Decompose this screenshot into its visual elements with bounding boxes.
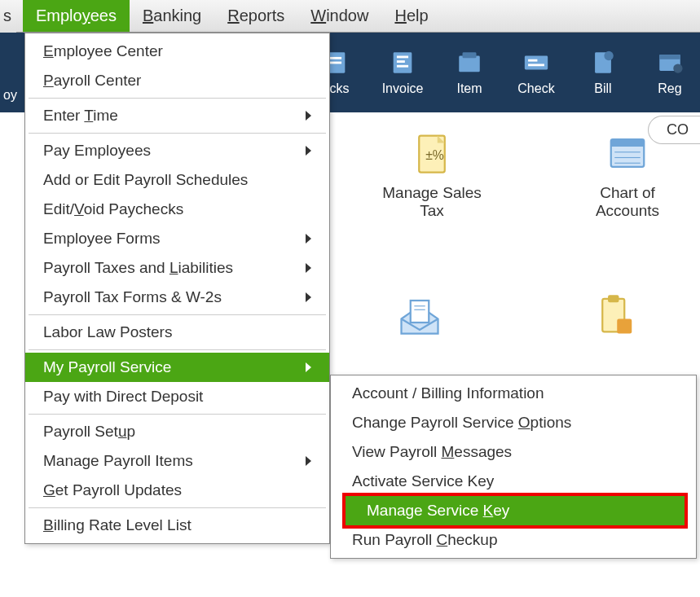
menu-reports[interactable]: Reports xyxy=(214,0,297,32)
envelope-card[interactable] xyxy=(363,293,477,345)
clipboard-card[interactable] xyxy=(558,293,672,345)
svg-rect-8 xyxy=(463,52,477,58)
submenu-manage-service-key[interactable]: Manage Service Key xyxy=(346,496,685,525)
menu-banking[interactable]: Banking xyxy=(130,0,214,32)
check-icon xyxy=(522,49,550,77)
menu-get-payroll-updates[interactable]: Get Payroll Updates xyxy=(25,476,329,505)
menu-tax-forms-w2[interactable]: Payroll Tax Forms & W-2s xyxy=(25,283,329,312)
svg-rect-28 xyxy=(608,295,619,302)
invoice-icon xyxy=(389,49,416,77)
submenu-change-options[interactable]: Change Payroll Service Options xyxy=(331,408,696,437)
menu-separator xyxy=(29,414,326,415)
svg-rect-10 xyxy=(528,59,537,62)
manage-sales-tax-label: Manage Sales Tax xyxy=(375,184,489,220)
co-button[interactable]: CO xyxy=(648,116,700,144)
employees-dropdown: Employee Center Payroll Center Enter Tim… xyxy=(24,33,330,544)
menu-employees-label: Employees xyxy=(36,7,117,24)
menu-billing-rate[interactable]: Billing Rate Level List xyxy=(25,511,329,540)
envelope-doc-icon xyxy=(398,293,442,337)
svg-rect-5 xyxy=(397,60,405,63)
submenu-activate-key[interactable]: Activate Service Key xyxy=(331,467,696,496)
menu-banking-label: Banking xyxy=(143,7,201,24)
svg-rect-2 xyxy=(330,62,341,64)
chevron-right-icon xyxy=(306,456,311,466)
chevron-right-icon xyxy=(306,146,311,156)
chevron-right-icon xyxy=(306,292,311,302)
chart-of-accounts-card[interactable]: Chart of Accounts xyxy=(570,132,685,220)
menu-employee-center[interactable]: Employee Center xyxy=(25,37,329,66)
chart-of-accounts-label: Chart of Accounts xyxy=(570,184,685,220)
menu-employee-forms[interactable]: Employee Forms xyxy=(25,224,329,253)
toolbar-item-label: Item xyxy=(456,81,482,96)
toolbar-invoice[interactable]: Invoice xyxy=(372,44,433,101)
svg-rect-7 xyxy=(459,56,480,72)
my-payroll-service-submenu: Account / Billing Information Change Pay… xyxy=(330,375,697,559)
toolbar-truncated-left: oy xyxy=(0,80,24,111)
sales-tax-icon: ±% xyxy=(410,132,454,176)
menu-payroll-setup[interactable]: Payroll Setup xyxy=(25,417,329,446)
submenu-view-messages[interactable]: View Payroll Messages xyxy=(331,437,696,467)
clipboard-icon xyxy=(593,293,637,337)
svg-rect-24 xyxy=(411,301,429,323)
menu-edit-void[interactable]: Edit/Void Paychecks xyxy=(25,195,329,224)
menu-enter-time[interactable]: Enter Time xyxy=(25,101,329,130)
toolbar-bill-label: Bill xyxy=(594,81,611,96)
chart-accounts-icon xyxy=(605,132,649,176)
toolbar-reg-label: Reg xyxy=(658,81,681,96)
menu-manage-payroll-items[interactable]: Manage Payroll Items xyxy=(25,446,329,476)
menu-reports-label: Reports xyxy=(227,7,284,24)
toolbar-bill[interactable]: Bill xyxy=(573,44,633,101)
item-icon xyxy=(456,49,483,77)
svg-rect-4 xyxy=(397,56,408,59)
svg-rect-11 xyxy=(528,64,544,66)
menubar: Employees Banking Reports Window Help xyxy=(0,0,700,33)
menu-taxes-liabilities[interactable]: Payroll Taxes and Liabilities xyxy=(25,253,329,283)
svg-rect-20 xyxy=(611,139,645,147)
svg-point-13 xyxy=(604,51,613,60)
register-icon xyxy=(656,49,684,77)
manage-sales-tax-card[interactable]: ±% Manage Sales Tax xyxy=(375,132,489,220)
chevron-right-icon xyxy=(306,362,311,372)
menu-employees[interactable]: Employees xyxy=(23,0,130,32)
menu-separator xyxy=(29,349,326,350)
svg-rect-1 xyxy=(330,57,341,59)
menu-payroll-center[interactable]: Payroll Center xyxy=(25,66,329,95)
svg-rect-9 xyxy=(525,56,548,70)
svg-rect-29 xyxy=(617,319,632,334)
menu-help-label: Help xyxy=(394,7,428,24)
menu-help[interactable]: Help xyxy=(381,0,441,32)
chevron-right-icon xyxy=(306,111,311,121)
menu-window-label: Window xyxy=(310,7,368,24)
toolbar-reg[interactable]: Reg xyxy=(640,44,700,101)
menu-separator xyxy=(29,507,326,508)
svg-rect-15 xyxy=(659,55,680,59)
menu-window[interactable]: Window xyxy=(297,0,381,32)
menu-pay-employees[interactable]: Pay Employees xyxy=(25,136,329,165)
toolbar-check-label: Check xyxy=(517,81,554,96)
menu-separator xyxy=(29,98,326,99)
toolbar-item[interactable]: Item xyxy=(439,44,500,101)
svg-point-16 xyxy=(673,64,682,72)
menu-my-payroll-service[interactable]: My Payroll Service xyxy=(25,353,329,382)
bill-icon xyxy=(589,49,617,77)
menu-separator xyxy=(29,133,326,134)
menubar-truncated-left: s xyxy=(0,0,16,33)
highlight-box: Manage Service Key xyxy=(342,493,688,529)
submenu-run-checkup[interactable]: Run Payroll Checkup xyxy=(331,525,696,555)
submenu-account-billing[interactable]: Account / Billing Information xyxy=(331,379,696,408)
menu-pay-direct-deposit[interactable]: Pay with Direct Deposit xyxy=(25,382,329,411)
chevron-right-icon xyxy=(306,263,311,273)
toolbar-invoice-label: Invoice xyxy=(382,81,424,96)
menu-add-edit-schedules[interactable]: Add or Edit Payroll Schedules xyxy=(25,165,329,195)
toolbar-check[interactable]: Check xyxy=(506,44,566,101)
svg-rect-6 xyxy=(397,65,408,68)
chevron-right-icon xyxy=(306,234,311,244)
menu-labor-law[interactable]: Labor Law Posters xyxy=(25,318,329,347)
menu-separator xyxy=(29,314,326,315)
svg-text:±%: ±% xyxy=(425,148,444,162)
